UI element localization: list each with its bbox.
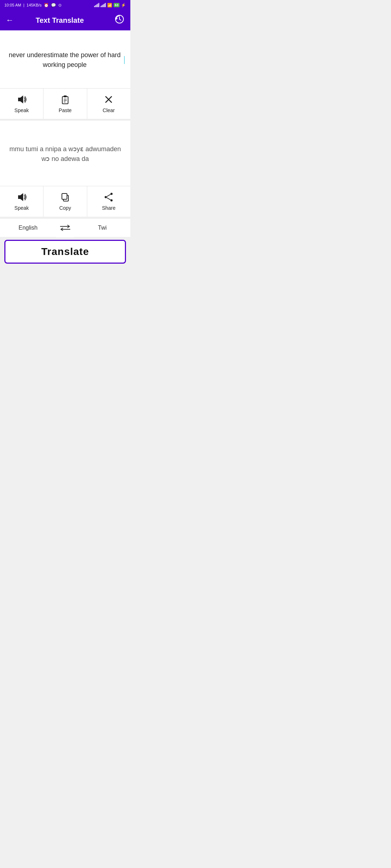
whatsapp-icon: 💬: [51, 3, 56, 8]
clear-button[interactable]: Clear: [87, 89, 130, 119]
svg-rect-2: [62, 97, 68, 104]
output-text-area: mmu tumi a nnipa a wɔyɛ adwumaden wɔ no …: [0, 121, 130, 186]
paste-icon: [60, 94, 70, 105]
signal-icon: [94, 3, 99, 7]
app-title: Text Translate: [5, 16, 114, 25]
text-cursor: [124, 56, 125, 64]
status-left: 10:05 AM | 145KB/s ⏰ 💬 ⊙: [4, 3, 62, 8]
other-icon: ⊙: [58, 3, 62, 8]
clear-label: Clear: [103, 107, 115, 113]
speak-input-label: Speak: [14, 107, 29, 113]
source-language-button[interactable]: English: [0, 220, 56, 236]
swap-language-button[interactable]: [56, 218, 74, 237]
input-actions: Speak Paste Clear: [0, 88, 130, 119]
alarm-icon: ⏰: [44, 3, 49, 8]
wifi-icon: 📶: [107, 3, 112, 8]
input-text-area[interactable]: never underestimate the power of hard wo…: [0, 30, 130, 88]
network-speed: 145KB/s: [26, 3, 42, 7]
swap-icon: [59, 224, 71, 232]
input-section: never underestimate the power of hard wo…: [0, 30, 130, 119]
svg-point-12: [110, 193, 113, 195]
main-content: never underestimate the power of hard wo…: [0, 30, 130, 267]
share-button[interactable]: Share: [87, 186, 130, 217]
output-section: mmu tumi a nnipa a wɔyɛ adwumaden wɔ no …: [0, 121, 130, 217]
copy-label: Copy: [59, 205, 71, 211]
output-actions: Speak Copy Share: [0, 186, 130, 217]
translate-label: Translate: [41, 246, 89, 257]
speak-icon: [17, 94, 27, 105]
target-language-button[interactable]: Twi: [74, 220, 130, 236]
signal-icon-2: [101, 3, 106, 7]
time-label: 10:05 AM: [4, 3, 21, 7]
svg-rect-3: [64, 95, 67, 97]
share-label: Share: [102, 205, 115, 211]
svg-marker-1: [18, 95, 23, 103]
svg-line-15: [107, 195, 110, 197]
input-text: never underestimate the power of hard wo…: [6, 50, 124, 70]
translate-button[interactable]: Translate: [4, 240, 126, 264]
charging-icon: ⚡: [121, 3, 126, 8]
clear-icon: [104, 94, 114, 105]
svg-marker-9: [18, 193, 23, 201]
history-icon: [114, 14, 125, 24]
share-icon: [104, 192, 114, 202]
copy-button[interactable]: Copy: [43, 186, 87, 217]
speak-output-button[interactable]: Speak: [0, 186, 43, 217]
status-right: 📶 63 ⚡: [94, 3, 126, 8]
language-bar: English Twi: [0, 218, 130, 237]
history-button[interactable]: [114, 14, 125, 26]
speak-output-icon: [17, 192, 27, 202]
speed-label: |: [23, 3, 24, 7]
speak-input-button[interactable]: Speak: [0, 89, 43, 119]
app-bar: ← Text Translate: [0, 10, 130, 30]
paste-label: Paste: [59, 107, 72, 113]
svg-point-13: [110, 199, 113, 201]
status-bar: 10:05 AM | 145KB/s ⏰ 💬 ⊙ 📶 63 ⚡: [0, 0, 130, 10]
svg-line-16: [107, 198, 110, 200]
svg-point-14: [105, 196, 107, 198]
battery-icon: 63: [114, 3, 119, 7]
paste-button[interactable]: Paste: [43, 89, 87, 119]
copy-icon: [60, 192, 70, 202]
svg-rect-11: [62, 193, 67, 199]
speak-output-label: Speak: [14, 205, 29, 211]
output-text: mmu tumi a nnipa a wɔyɛ adwumaden wɔ no …: [6, 144, 125, 164]
